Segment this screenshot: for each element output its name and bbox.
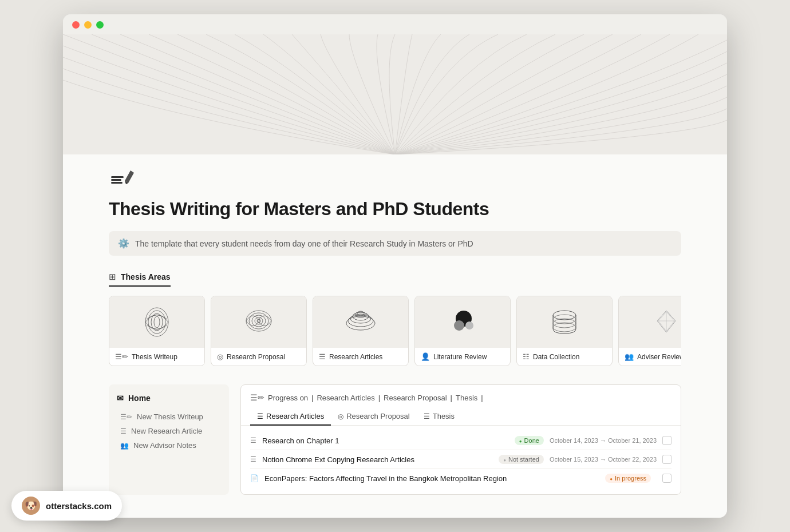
sidebar-item-new-advisor-notes[interactable]: 👥 New Advisor Notes	[117, 438, 221, 452]
progress-icon: ☰✏	[250, 393, 264, 402]
sidebar-item-label: New Research Article	[131, 427, 202, 435]
sidebar: ✉ Home ☰✏ New Thesis Writeup ☰ New Resea…	[109, 384, 229, 495]
svg-point-6	[151, 313, 163, 331]
card-footer-research-articles: ☰ Research Articles	[313, 348, 408, 366]
tab-label: Research Articles	[266, 412, 324, 420]
card-title: Data Collection	[533, 353, 579, 361]
progress-header-sep: |	[378, 394, 380, 402]
progress-header-sep: |	[311, 394, 313, 402]
card-footer-thesis-writeup: ☰✏ Thesis Writeup	[109, 348, 204, 366]
card-data-collection[interactable]: ☷ Data Collection	[516, 296, 613, 366]
svg-line-30	[657, 311, 666, 321]
row-checkbox-2[interactable]	[662, 455, 672, 464]
main-window: Thesis Writing for Masters and PhD Stude…	[63, 14, 727, 518]
cover-image	[63, 34, 727, 154]
sidebar-item-label: New Thesis Writeup	[137, 412, 203, 421]
watermark-text: otterstacks.com	[46, 501, 112, 511]
card-research-proposal[interactable]: ◎ Research Proposal	[211, 296, 307, 366]
card-image-data-collection	[517, 296, 612, 348]
table-row: ☰ Research on Chapter 1 Done October 14,…	[250, 431, 672, 450]
sidebar-item-label: New Advisor Notes	[133, 441, 196, 450]
tab-research-proposal[interactable]: ◎ Research Proposal	[331, 408, 417, 426]
page-title: Thesis Writing for Masters and PhD Stude…	[109, 198, 681, 220]
card-thesis-writeup[interactable]: ☰✏ Thesis Writeup	[109, 296, 205, 366]
svg-point-4	[145, 308, 168, 336]
bottom-section: ✉ Home ☰✏ New Thesis Writeup ☰ New Resea…	[109, 384, 681, 495]
row-dates-1: October 14, 2023 → October 21, 2023	[550, 437, 657, 444]
card-footer-data-collection: ☷ Data Collection	[517, 348, 612, 366]
table-row: ☰ Notion Chrome Ext Copying Research Art…	[250, 450, 672, 469]
row-title-1: Research on Chapter 1	[262, 436, 509, 445]
svg-point-10	[252, 315, 266, 327]
card-title-icon: ☰	[319, 352, 326, 361]
new-research-article-icon: ☰	[120, 427, 127, 435]
progress-panel: ☰✏ Progress on | Research Articles | Res…	[240, 384, 681, 495]
card-title: Literature Review	[433, 353, 487, 361]
row-title-3: EconPapers: Factors Affecting Travel in …	[264, 474, 599, 483]
card-title-icon: ◎	[217, 352, 223, 361]
close-button[interactable]	[72, 21, 80, 29]
progress-link-thesis[interactable]: Thesis	[456, 394, 477, 402]
card-title-icon: ☰✏	[115, 352, 128, 361]
svg-rect-1	[111, 176, 124, 178]
svg-point-7	[154, 316, 160, 328]
sidebar-home[interactable]: ✉ Home	[117, 394, 221, 403]
card-title-icon: ☷	[523, 352, 530, 361]
status-badge: Done	[515, 436, 544, 445]
info-banner: ⚙️ The template that every student needs…	[109, 231, 681, 256]
card-title-icon: 👥	[625, 352, 634, 361]
row-checkbox-3[interactable]	[662, 474, 672, 483]
progress-header-sep: |	[481, 394, 483, 402]
card-adviser-review[interactable]: 👥 Adviser Review	[618, 296, 681, 366]
svg-rect-0	[63, 34, 727, 154]
thesis-gallery: ☰✏ Thesis Writeup	[109, 296, 681, 366]
row-title-2: Notion Chrome Ext Copying Research Artic…	[262, 455, 493, 464]
svg-point-23	[553, 315, 576, 324]
progress-rows: ☰ Research on Chapter 1 Done October 14,…	[241, 429, 681, 494]
svg-point-8	[246, 311, 271, 331]
row-icon-3: 📄	[250, 474, 259, 482]
svg-point-22	[553, 311, 576, 320]
page-icon	[109, 149, 681, 192]
card-image-literature-review	[415, 296, 510, 348]
progress-header-text: Progress on	[268, 394, 308, 402]
card-title-icon: 👤	[421, 352, 430, 361]
title-bar	[63, 14, 727, 34]
status-badge: In progress	[605, 474, 651, 483]
card-footer-adviser-review: 👥 Adviser Review	[619, 348, 681, 366]
tab-research-articles[interactable]: ☰ Research Articles	[250, 408, 331, 426]
tab-thesis[interactable]: ☰ Thesis	[417, 408, 461, 426]
watermark-avatar: 🐶	[22, 497, 40, 515]
progress-link-research-articles[interactable]: Research Articles	[317, 394, 374, 402]
svg-point-20	[454, 320, 464, 331]
subtitle-text: The template that every student needs fr…	[135, 239, 473, 248]
page-content: Thesis Writing for Masters and PhD Stude…	[63, 149, 727, 518]
card-research-articles[interactable]: ☰ Research Articles	[313, 296, 409, 366]
row-checkbox-1[interactable]	[662, 436, 672, 445]
new-advisor-notes-icon: 👥	[120, 442, 129, 450]
tab-icon: ◎	[338, 412, 343, 420]
watermark: 🐶 otterstacks.com	[11, 491, 122, 521]
svg-point-25	[553, 323, 576, 332]
card-title: Adviser Review	[637, 353, 681, 361]
sidebar-item-new-research-article[interactable]: ☰ New Research Article	[117, 424, 221, 438]
card-literature-review[interactable]: 👤 Literature Review	[414, 296, 511, 366]
progress-link-research-proposal[interactable]: Research Proposal	[384, 394, 447, 402]
sidebar-home-label: Home	[128, 394, 151, 403]
svg-point-21	[465, 321, 473, 329]
maximize-button[interactable]	[96, 21, 104, 29]
row-icon-1: ☰	[250, 436, 256, 444]
svg-rect-3	[111, 182, 123, 184]
row-icon-2: ☰	[250, 455, 256, 463]
progress-tabs: ☰ Research Articles ◎ Research Proposal …	[241, 408, 681, 426]
card-image-adviser-review	[619, 296, 681, 348]
sidebar-item-new-thesis-writeup[interactable]: ☰✏ New Thesis Writeup	[117, 410, 221, 424]
minimize-button[interactable]	[84, 21, 92, 29]
svg-point-11	[255, 317, 263, 324]
progress-header: ☰✏ Progress on | Research Articles | Res…	[241, 385, 681, 402]
thesis-areas-header: ⊞ Thesis Areas	[109, 272, 171, 287]
home-icon: ✉	[117, 394, 124, 403]
status-badge: Not started	[499, 455, 544, 464]
card-image-thesis-writeup	[109, 296, 204, 348]
card-footer-research-proposal: ◎ Research Proposal	[211, 348, 306, 366]
